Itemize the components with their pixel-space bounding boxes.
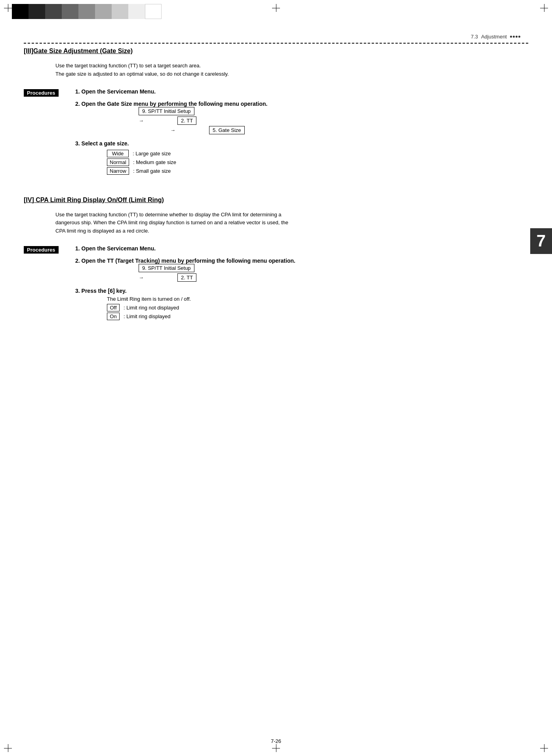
step1-instruction: Open the Serviceman Menu. [82,88,156,95]
top-center-cross [272,4,280,12]
gate-wide-desc: : Large gate size [133,151,171,157]
part-iii-step2: 2. Open the Gate Size menu by performing… [75,101,528,134]
iv-desc-line3: CPA limit ring is displayed as a red cir… [55,227,528,235]
part-iv-menu-flow: 9. SP/TT Initial Setup → 2. TT [107,264,528,282]
page: 7.3 Adjustment [III]Gate Size Adjustment… [0,0,552,756]
limit-off-label: Off [107,304,120,311]
grayscale-block-6 [95,4,112,19]
part-iii-description: Use the target tracking function (TT) to… [55,62,528,78]
grayscale-block-1 [12,4,29,19]
part-iv-title: [IV] CPA Limit Ring Display On/Off (Limi… [24,197,528,204]
limit-ring-description: The Limit Ring item is turned on / off. … [107,296,528,320]
part-iii-steps: 1. Open the Serviceman Menu. 2. Open the… [75,88,528,181]
section-number: 7.3 [471,34,478,40]
menu-arrow-2: → [170,127,175,133]
iv-desc-line1: Use the target tracking function (TT) to… [55,211,528,219]
gate-normal-desc: : Medium gate size [133,159,176,165]
limit-on-label: On [107,313,120,320]
gate-normal-label: Normal [107,158,129,166]
grayscale-block-5 [78,4,95,19]
bottom-center-cross [272,744,280,752]
iv-desc-line2: dangerous ship. When the CPA limit ring … [55,219,528,227]
dashed-separator [24,43,528,44]
part-iii-title: [III]Gate Size Adjustment (Gate Size) [24,48,528,55]
dots-decoration [510,36,520,38]
grayscale-block-4 [62,4,78,19]
iv-step3-instruction: Press the [6] key. [82,288,127,294]
part-iv-step3: 3. Press the [6] key. The Limit Ring ite… [75,288,528,320]
step2-instruction: Open the Gate Size menu by performing th… [82,101,268,107]
part-iv-section: 7 [IV] CPA Limit Ring Display On/Off (Li… [24,197,528,326]
header-grayscale-bar [12,4,162,19]
part-iv-step1: 1. Open the Serviceman Menu. [75,245,528,252]
part-iii-step1: 1. Open the Serviceman Menu. [75,88,528,95]
part-iii-step3: 3. Select a gate size. Wide : Large gate… [75,140,528,175]
menu-box-2: 2. TT [177,116,196,125]
menu-row2: → 2. TT [139,116,528,125]
desc-line1: Use the target tracking function (TT) to… [55,62,528,70]
step3-number: 3. [75,140,80,147]
limit-off-desc: : Limit ring not displayed [124,305,179,311]
iv-step1-instruction: Open the Serviceman Menu. [82,245,156,252]
iv-menu-box-1: 9. SP/TT Initial Setup [139,264,194,272]
menu-arrow-1: → [139,118,144,124]
menu-box-1: 9. SP/TT Initial Setup [139,107,194,115]
part-iii-menu-flow: 9. SP/TT Initial Setup → 2. TT → 5. Gate… [107,107,528,134]
menu-row3: → 5. Gate Size [170,126,528,134]
gate-narrow-row: Narrow : Small gate size [107,167,528,175]
gate-wide-label: Wide [107,150,129,157]
procedures-label-container: Procedures [24,88,75,97]
gate-wide-row: Wide : Large gate size [107,150,528,157]
grayscale-block-3 [45,4,62,19]
corner-mark-tl [4,4,12,12]
menu-row1: 9. SP/TT Initial Setup [107,107,528,115]
step3-instruction: Select a gate size. [82,140,129,147]
section-header: 7.3 Adjustment [471,34,520,40]
menu-box-3: 5. Gate Size [209,126,245,134]
part-iii-section: [III]Gate Size Adjustment (Gate Size) Us… [24,48,528,181]
part-iv-steps: 1. Open the Serviceman Menu. 2. Open the… [75,245,528,326]
step2-text: 2. Open the Gate Size menu by performing… [75,101,528,107]
procedures-label-container-iv: Procedures [24,245,75,254]
grayscale-block-8 [128,4,145,19]
grayscale-block-2 [29,4,45,19]
iv-menu-row2: → 2. TT [139,273,528,282]
procedures-label-iv: Procedures [24,246,59,254]
part-iii-procedures-row: Procedures 1. Open the Serviceman Menu. … [24,88,528,181]
gate-size-table: Wide : Large gate size Normal : Medium g… [107,150,528,175]
part-iv-description: Use the target tracking function (TT) to… [55,211,528,235]
corner-mark-br [540,744,548,752]
iv-step2-number: 2. [75,258,80,264]
step3-text: 3. Select a gate size. [75,140,528,147]
grayscale-block-7 [112,4,128,19]
corner-mark-bl [4,744,12,752]
corner-mark-tr [540,4,548,12]
iv-step1-number: 1. [75,245,80,252]
iv-step3-text: 3. Press the [6] key. [75,288,528,294]
iv-step2-text: 2. Open the TT (Target Tracking) menu by… [75,258,528,264]
iv-step1-text: 1. Open the Serviceman Menu. [75,245,528,252]
limit-on-row: On : Limit ring displayed [107,313,528,320]
gate-normal-row: Normal : Medium gate size [107,158,528,166]
limit-on-desc: : Limit ring displayed [124,313,171,319]
desc-line2: The gate size is adjusted to an optimal … [55,70,528,78]
tab-number: 7 [537,231,546,250]
iv-step2-instruction: Open the TT (Target Tracking) menu by pe… [82,258,295,264]
step2-number: 2. [75,101,80,107]
step1-text: 1. Open the Serviceman Menu. [75,88,528,95]
iv-menu-row1: 9. SP/TT Initial Setup [107,264,528,272]
iv-menu-box-2: 2. TT [177,273,196,282]
limit-off-row: Off : Limit ring not displayed [107,304,528,311]
iv-step3-number: 3. [75,288,80,294]
limit-ring-desc-text: The Limit Ring item is turned on / off. [107,296,528,302]
part-iv-step2: 2. Open the TT (Target Tracking) menu by… [75,258,528,282]
gate-narrow-label: Narrow [107,167,129,175]
grayscale-block-9 [145,4,162,19]
section-name-text: Adjustment [481,34,507,40]
page-number: 7-26 [271,738,281,744]
procedures-label-iii: Procedures [24,89,59,97]
iv-menu-arrow-1: → [139,275,144,281]
chapter-tab-7: 7 [530,228,552,254]
step1-number: 1. [75,88,80,95]
part-iv-procedures-row: Procedures 1. Open the Serviceman Menu. … [24,245,528,326]
